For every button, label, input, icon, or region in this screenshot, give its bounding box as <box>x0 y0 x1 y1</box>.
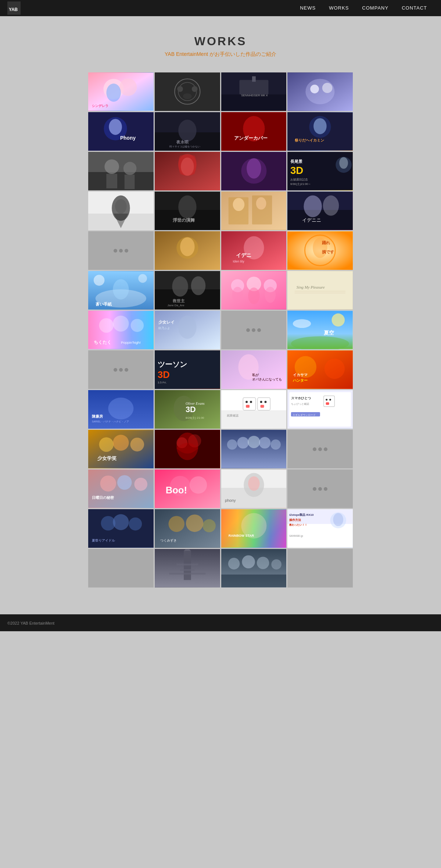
work-item[interactable]: 祭りだヘイカミン <box>287 112 353 151</box>
svg-text:スギルダウンロード: スギルダウンロード <box>293 414 316 417</box>
work-item-placeholder[interactable] <box>221 311 287 349</box>
work-item[interactable] <box>221 152 287 190</box>
svg-point-182 <box>227 439 237 450</box>
grid-row-2: Phony 夜永唄 時々サイコは嘘をつかない アンダーカバー <box>88 112 353 151</box>
svg-rect-166 <box>326 402 329 405</box>
svg-rect-43 <box>106 174 117 189</box>
nav-works[interactable]: WORKS <box>322 0 355 16</box>
placeholder-dots <box>313 447 327 451</box>
grid-row-13 <box>88 549 353 587</box>
work-item[interactable] <box>221 192 287 230</box>
work-item[interactable]: phony <box>221 469 287 508</box>
svg-point-79 <box>180 237 195 256</box>
work-item[interactable]: イデニニ <box>287 192 353 230</box>
svg-point-51 <box>247 158 261 178</box>
grid-row-5: イデニ Iden tity 踊れ 損です <box>88 231 353 270</box>
work-item[interactable]: つくみずき <box>155 509 220 548</box>
svg-point-158 <box>264 401 266 403</box>
work-item[interactable]: イカサマ ハンター <box>287 350 353 389</box>
work-item-placeholder[interactable] <box>88 350 154 389</box>
svg-point-92 <box>138 274 147 283</box>
work-item[interactable]: RAINBOW STAR <box>221 509 287 548</box>
nav-contact[interactable]: CONTACT <box>395 0 434 16</box>
svg-text:教わったい！！: 教わったい！！ <box>289 524 307 526</box>
svg-point-172 <box>99 437 114 452</box>
work-item[interactable]: ツーソン 3D 3.5 Fri. <box>155 350 220 389</box>
work-item[interactable]: 蒼い手紙 <box>88 271 154 310</box>
svg-text:RAINBOW STAR: RAINBOW STAR <box>228 534 254 537</box>
nav-company[interactable]: COMPANY <box>355 0 395 16</box>
svg-text:6/30(土)21:00～: 6/30(土)21:00～ <box>290 182 311 186</box>
work-item[interactable] <box>155 152 220 190</box>
work-item[interactable]: 日曜日の秘密 <box>88 469 154 508</box>
work-item[interactable] <box>221 271 287 310</box>
work-item[interactable]: イデニ Iden tity <box>221 231 287 270</box>
work-item[interactable] <box>88 192 154 230</box>
work-item[interactable]: 踊れ 損です <box>287 231 353 270</box>
title-area: WORKS YAB EntertainMent がお手伝いした作品のご紹介 <box>0 35 441 58</box>
grid-row-12: 夏祭りアイドル つくみずき RAI <box>88 509 353 548</box>
svg-text:8/26(土) 21:00: 8/26(土) 21:00 <box>186 416 204 419</box>
svg-text:少女レイ: 少女レイ <box>158 320 175 324</box>
work-item[interactable] <box>88 152 154 190</box>
work-item[interactable]: 救世主 Jane Da_Are <box>155 271 220 310</box>
work-item[interactable]: 私が オバさんになっても <box>221 350 287 389</box>
work-item[interactable]: Boo! <box>155 469 220 508</box>
svg-text:紡乃ふよ: 紡乃ふよ <box>158 326 170 330</box>
works-grid: シンデレラ SENNHEISER MK 4 <box>85 69 356 592</box>
svg-rect-40 <box>88 172 154 190</box>
work-item[interactable]: 陳廉房 SARIEL・バナナ・ハナビ・ノア <box>88 390 154 429</box>
svg-text:iZotope製品 RX10: iZotope製品 RX10 <box>289 513 314 517</box>
svg-text:phony: phony <box>225 498 236 503</box>
svg-point-154 <box>250 401 252 403</box>
work-item-placeholder[interactable] <box>287 430 353 468</box>
svg-rect-7 <box>155 73 220 111</box>
work-item[interactable]: 夏祭りアイドル <box>88 509 154 548</box>
work-item[interactable]: iZotope製品 RX10 操作方法 教わったい！！ SANNSEI.jp <box>287 509 353 548</box>
svg-point-204 <box>113 514 129 530</box>
work-item[interactable] <box>155 430 220 468</box>
work-item[interactable]: 浮世の演舞 <box>155 192 220 230</box>
work-item[interactable] <box>287 72 353 111</box>
work-item[interactable] <box>155 549 220 587</box>
svg-text:イデニニ: イデニニ <box>302 217 321 223</box>
work-item[interactable]: Sing My Pleasure <box>287 271 353 310</box>
work-item-placeholder[interactable] <box>88 231 154 270</box>
work-item[interactable]: 夏空 <box>287 311 353 349</box>
work-item[interactable]: シンデレラ <box>88 72 154 111</box>
nav-news[interactable]: NEWS <box>293 0 322 16</box>
work-item[interactable]: 長尾景 3D お披露目記念 6/30(土)21:00～ <box>287 152 353 190</box>
svg-text:長尾景: 長尾景 <box>290 159 302 164</box>
work-item[interactable]: Phony <box>88 112 154 151</box>
logo[interactable]: YAB <box>7 1 21 15</box>
work-item[interactable]: Oliver Evans 3D 8/26(土) 21:00 <box>155 390 220 429</box>
work-item[interactable]: 少女学笑 <box>88 430 154 468</box>
svg-rect-228 <box>169 573 205 575</box>
svg-point-209 <box>186 514 203 532</box>
page-title: WORKS <box>0 35 441 48</box>
grid-row-10: 少女学笑 <box>88 430 353 468</box>
work-item[interactable]: スマホひとつ ちょびっと確認 スギルダウンロード <box>287 390 353 429</box>
svg-text:浮世の演舞: 浮世の演舞 <box>173 218 195 223</box>
work-item[interactable] <box>221 549 287 587</box>
work-item[interactable] <box>221 430 287 468</box>
svg-text:つくみずき: つくみずき <box>160 539 177 542</box>
svg-text:夏祭りアイドル: 夏祭りアイドル <box>92 539 115 542</box>
work-item[interactable]: アンダーカバー <box>221 112 287 151</box>
work-item-placeholder[interactable] <box>287 469 353 508</box>
svg-text:オバさんになっても: オバさんになっても <box>252 378 282 381</box>
work-item[interactable] <box>155 231 220 270</box>
work-item[interactable]: SENNHEISER MK 4 <box>221 72 287 111</box>
work-item[interactable]: ちくたく Poppin'high! <box>88 311 154 349</box>
work-item[interactable]: 就業確認 <box>221 390 287 429</box>
work-item[interactable] <box>155 72 220 111</box>
svg-rect-226 <box>176 564 198 565</box>
svg-point-205 <box>129 517 142 531</box>
svg-text:YAB: YAB <box>9 7 18 12</box>
grid-row-8: ツーソン 3D 3.5 Fri. 私が オバさんになっても <box>88 350 353 389</box>
svg-point-173 <box>113 435 129 450</box>
svg-point-138 <box>325 358 345 379</box>
svg-text:Jane Da_Are: Jane Da_Are <box>167 304 184 307</box>
work-item[interactable]: 少女レイ 紡乃ふよ <box>155 311 220 349</box>
work-item[interactable]: 夜永唄 時々サイコは嘘をつかない <box>155 112 220 151</box>
